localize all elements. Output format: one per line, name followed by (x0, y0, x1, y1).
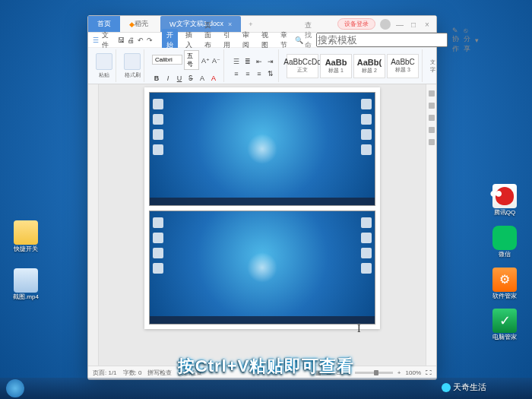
style-h2[interactable]: AaBb(标题 2 (353, 54, 385, 78)
share-button[interactable]: ⎋分享 (464, 27, 470, 54)
ribbon-text: 文字 (427, 49, 439, 82)
underline-button[interactable]: U (175, 73, 184, 82)
start-button[interactable] (6, 379, 24, 397)
pasted-screenshot-1[interactable] (149, 92, 375, 206)
subtitle-overlay: 按Ctrl+V粘贴即可查看 (0, 355, 532, 378)
page (144, 87, 380, 329)
document-scroll[interactable] (99, 84, 426, 366)
sidepanel-icon[interactable] (429, 139, 435, 145)
desktop-icon-wechat[interactable]: 微信 (486, 226, 523, 258)
align-right-button[interactable]: ≡ (255, 68, 264, 78)
format-painter-button[interactable] (124, 53, 141, 70)
sidepanel-icon[interactable] (429, 115, 435, 121)
text-cursor: I (357, 323, 361, 335)
sidepanel-icon[interactable] (429, 90, 435, 97)
close-icon[interactable]: × (228, 21, 232, 28)
pasted-screenshot-2[interactable] (149, 211, 375, 325)
qat-redo-icon[interactable]: ↷ (147, 36, 153, 44)
ribbon-font: Calibri 五号 A⁺ A⁻ B I U S̶ A A (149, 49, 224, 82)
qat-save-icon[interactable]: 🖫 (118, 36, 125, 44)
menubar: ☰ 文件 🖫 🖨 ↶ ↷ 开始 插入 页面布局 引用 审阅 视图 章节 🔍查找命… (88, 33, 436, 48)
ribbon-brush: 格式刷 (121, 49, 144, 82)
style-h1[interactable]: AaBb标题 1 (320, 54, 352, 78)
ribbon: 粘贴 格式刷 Calibri 五号 A⁺ A⁻ B I U S̶ A A (88, 48, 436, 84)
search-input[interactable] (316, 33, 448, 47)
font-select[interactable]: Calibri (152, 55, 182, 65)
align-left-button[interactable]: ≡ (232, 68, 241, 78)
numbering-button[interactable]: ≣ (243, 56, 252, 65)
sidepanel-icon[interactable] (429, 103, 435, 109)
ribbon-paragraph: ☰ ≣ ⇤ ⇥ ≡ ≡ ≡ ⇅ (229, 49, 279, 82)
size-select[interactable]: 五号 (184, 50, 199, 70)
side-panel (426, 84, 436, 366)
align-center-button[interactable]: ≡ (243, 68, 252, 78)
indent-inc-button[interactable]: ⇥ (266, 56, 275, 65)
font-color-button[interactable]: A (209, 73, 218, 82)
qat-print-icon[interactable]: 🖨 (128, 36, 135, 44)
vertical-ruler (88, 84, 99, 366)
bullets-button[interactable]: ☰ (232, 56, 241, 65)
highlight-button[interactable]: A (198, 73, 207, 82)
tab-templates[interactable]: ◆ 稻壳 (120, 16, 157, 32)
coop-button[interactable]: ✎协作 (452, 27, 459, 54)
bold-button[interactable]: B (152, 73, 161, 82)
wps-window: 首页 ◆ 稻壳 W 文字文稿1.docx× + 设备登录 — □ × ☰ 文件 … (87, 15, 437, 380)
desktop-icon[interactable]: 截图.mp4 (8, 268, 44, 301)
shrink-font-button[interactable]: A⁻ (211, 55, 220, 65)
desktop-icon-software[interactable]: 软件管家 (486, 268, 523, 300)
style-h3[interactable]: AaBbC标题 3 (387, 54, 419, 78)
strike-button[interactable]: S̶ (186, 73, 195, 82)
menu-file[interactable]: 文件 (102, 30, 109, 50)
ribbon-clipboard: 粘贴 (93, 49, 116, 82)
desktop-icons-left: 快捷开关 截图.mp4 (8, 220, 44, 301)
grow-font-button[interactable]: A⁺ (201, 55, 210, 65)
desktop-icons-right: 腾讯QQ 微信 软件管家 电脑管家 (486, 184, 523, 341)
ribbon-styles: AaBbCcDd正文 AaBb标题 1 AaBb(标题 2 AaBbC标题 3 (283, 49, 423, 82)
indent-dec-button[interactable]: ⇤ (255, 56, 264, 65)
qat-undo-icon[interactable]: ↶ (138, 36, 144, 44)
document-area (88, 84, 436, 366)
desktop-icon-guard[interactable]: 电脑管家 (486, 309, 523, 341)
new-tab-button[interactable]: + (241, 21, 260, 28)
desktop-icon[interactable]: 快捷开关 (8, 220, 44, 253)
watermark: 天奇生活 (442, 382, 486, 393)
sidepanel-icon[interactable] (429, 127, 435, 133)
italic-button[interactable]: I (163, 73, 173, 82)
line-spacing-button[interactable]: ⇅ (266, 68, 275, 78)
style-normal[interactable]: AaBbCcDd正文 (287, 54, 318, 78)
paste-button[interactable] (96, 53, 112, 70)
